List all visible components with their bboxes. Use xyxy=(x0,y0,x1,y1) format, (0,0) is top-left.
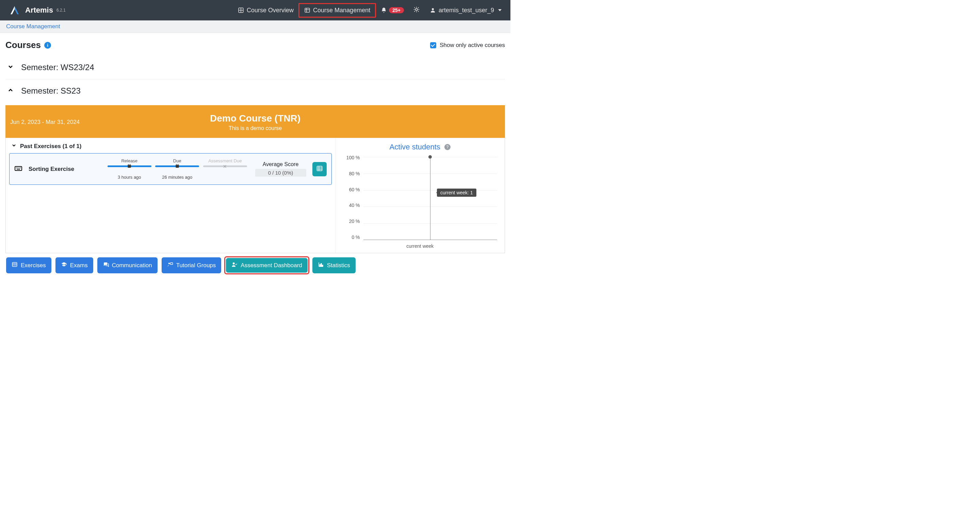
course-card: Jun 2, 2023 - Mar 31, 2024 Demo Course (… xyxy=(5,105,505,275)
user-check-icon xyxy=(231,262,237,269)
course-action-buttons: Exercises Exams Communication Tutorial G… xyxy=(5,253,505,275)
chevron-up-icon xyxy=(7,86,14,96)
sun-icon xyxy=(414,6,420,13)
table-icon xyxy=(316,165,323,173)
y-tick: 0 % xyxy=(340,234,360,240)
svg-point-8 xyxy=(415,8,417,11)
active-students-chart: 100 % 80 % 60 % 40 % 20 % 0 % xyxy=(340,155,501,250)
help-icon[interactable]: ? xyxy=(444,144,450,150)
highlight-annotation: Course Management xyxy=(298,3,376,18)
active-students-panel: Active students ? 100 % 80 % 60 % 40 % 2… xyxy=(335,138,504,253)
svg-rect-32 xyxy=(317,166,322,171)
user-icon xyxy=(430,7,436,13)
breadcrumb-course-management[interactable]: Course Management xyxy=(6,23,60,30)
svg-line-15 xyxy=(418,8,418,8)
svg-rect-31 xyxy=(178,164,178,165)
bar-chart-icon xyxy=(318,262,324,269)
chart-data-point xyxy=(428,155,432,159)
users-icon xyxy=(167,262,173,269)
nav-course-management[interactable]: Course Management xyxy=(299,4,375,17)
notifications-button[interactable]: 25+ xyxy=(376,7,409,13)
course-banner[interactable]: Jun 2, 2023 - Mar 31, 2024 Demo Course (… xyxy=(5,105,505,138)
exercise-row[interactable]: Sorting Exercise Release 3 hours ago Due… xyxy=(9,153,332,185)
show-only-active-toggle[interactable]: Show only active courses xyxy=(430,42,505,49)
communication-button[interactable]: Communication xyxy=(97,257,158,273)
theme-toggle[interactable] xyxy=(409,6,424,14)
exercises-label: Exercises xyxy=(21,262,46,269)
y-tick: 20 % xyxy=(340,218,360,224)
graduation-cap-icon xyxy=(61,262,67,269)
semester-row-ss23[interactable]: Semester: SS23 xyxy=(5,79,505,102)
svg-rect-22 xyxy=(20,167,21,168)
nav-course-management-label: Course Management xyxy=(313,7,370,14)
nav-course-overview-label: Course Overview xyxy=(247,7,294,14)
chart-title: Active students xyxy=(390,143,440,151)
calendar-icon xyxy=(127,164,132,169)
svg-rect-20 xyxy=(18,167,18,168)
average-score-value: 0 / 10 (0%) xyxy=(255,169,306,177)
version-label: 6.2.1 xyxy=(56,8,66,13)
y-tick: 80 % xyxy=(340,171,360,176)
course-title: Demo Course (TNR) xyxy=(5,113,505,124)
svg-rect-21 xyxy=(19,167,19,168)
due-value: 26 minutes ago xyxy=(153,175,202,180)
list-icon xyxy=(11,262,18,269)
grid-icon xyxy=(238,7,244,13)
semester-label: Semester: WS23/24 xyxy=(21,63,94,72)
x-icon: ✕ xyxy=(223,164,227,169)
notifications-badge: 25+ xyxy=(389,7,404,13)
nav-course-overview[interactable]: Course Overview xyxy=(233,4,298,17)
chevron-down-icon xyxy=(498,9,501,11)
brand-name: Artemis xyxy=(25,6,53,14)
artemis-logo-icon xyxy=(10,5,20,15)
bell-icon xyxy=(381,7,387,13)
chart-tooltip: current week: 1 xyxy=(437,188,476,197)
average-score-label: Average Score xyxy=(255,161,306,167)
release-label: Release xyxy=(105,158,153,163)
page-title: Courses xyxy=(5,40,41,50)
svg-rect-29 xyxy=(176,165,179,166)
chevron-down-icon xyxy=(7,63,14,72)
svg-rect-19 xyxy=(16,167,17,168)
y-tick: 60 % xyxy=(340,187,360,192)
exercises-button[interactable]: Exercises xyxy=(6,257,51,273)
table-icon xyxy=(304,7,310,13)
svg-rect-5 xyxy=(305,8,310,12)
svg-rect-45 xyxy=(321,263,321,266)
semester-label: Semester: SS23 xyxy=(21,86,81,96)
exercise-scores-button[interactable] xyxy=(312,162,327,176)
due-label: Due xyxy=(153,158,202,163)
assessment-dashboard-label: Assessment Dashboard xyxy=(240,262,302,269)
svg-rect-18 xyxy=(15,166,22,171)
tutorial-groups-button[interactable]: Tutorial Groups xyxy=(162,257,221,273)
exams-label: Exams xyxy=(70,262,88,269)
chevron-down-icon xyxy=(11,143,17,150)
svg-point-17 xyxy=(432,8,434,10)
calendar-icon xyxy=(175,164,180,169)
username-label: artemis_test_user_9 xyxy=(439,7,494,14)
checkbox-icon xyxy=(430,42,436,48)
exercise-timeline: Release 3 hours ago Due 26 minutes ago A… xyxy=(105,158,249,180)
svg-rect-36 xyxy=(12,262,17,266)
statistics-button[interactable]: Statistics xyxy=(312,257,356,273)
semester-row-ws2324[interactable]: Semester: WS23/24 xyxy=(5,56,505,79)
svg-point-39 xyxy=(169,263,170,265)
info-icon[interactable]: i xyxy=(44,42,51,49)
tutorial-groups-label: Tutorial Groups xyxy=(176,262,216,269)
svg-point-41 xyxy=(233,262,235,265)
svg-rect-40 xyxy=(170,263,173,265)
chart-x-label: current week xyxy=(340,243,501,249)
communication-label: Communication xyxy=(112,262,152,269)
exercise-name: Sorting Exercise xyxy=(29,166,74,172)
statistics-label: Statistics xyxy=(327,262,350,269)
user-menu[interactable]: artemis_test_user_9 xyxy=(424,7,504,14)
exams-button[interactable]: Exams xyxy=(56,257,93,273)
svg-rect-46 xyxy=(322,265,323,267)
past-exercises-toggle[interactable]: Past Exercises (1 of 1) xyxy=(9,141,332,153)
course-subtitle: This is a demo course xyxy=(5,125,505,131)
assessment-dashboard-button[interactable]: Assessment Dashboard xyxy=(226,258,307,273)
course-dates: Jun 2, 2023 - Mar 31, 2024 xyxy=(10,119,80,126)
keyboard-icon xyxy=(14,164,22,174)
svg-rect-23 xyxy=(17,169,20,169)
breadcrumb: Course Management xyxy=(0,21,511,33)
